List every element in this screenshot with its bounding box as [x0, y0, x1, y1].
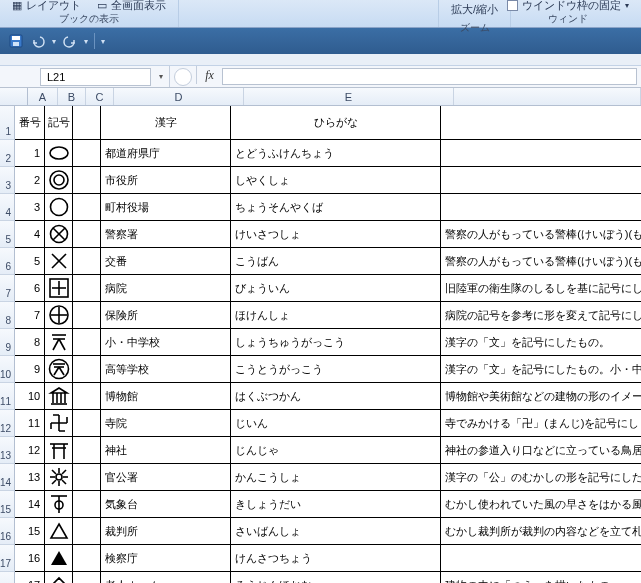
cell-num[interactable]: 12: [15, 437, 45, 464]
cell-hira[interactable]: しやくしょ: [231, 167, 441, 194]
cell-c[interactable]: [73, 248, 101, 275]
cell-sym[interactable]: [45, 410, 73, 437]
redo-dropdown[interactable]: ▾: [82, 32, 90, 50]
row-header[interactable]: 15: [0, 491, 15, 518]
header-sym[interactable]: 記号: [45, 106, 73, 140]
cell-desc[interactable]: 警察の人がもっている警棒(けいぼう)(も: [441, 221, 641, 248]
cell-desc[interactable]: むかし裁判所が裁判の内容などを立て札: [441, 518, 641, 545]
row-header[interactable]: 3: [0, 167, 15, 194]
cell-num[interactable]: 13: [15, 464, 45, 491]
cell-desc[interactable]: 漢字の「文」を記号にしたもの。: [441, 329, 641, 356]
row-header[interactable]: 13: [0, 437, 15, 464]
cell-c[interactable]: [73, 356, 101, 383]
cell-kanji[interactable]: 官公署: [101, 464, 231, 491]
cell-kanji[interactable]: 病院: [101, 275, 231, 302]
cell-num[interactable]: 9: [15, 356, 45, 383]
cell-sym[interactable]: [45, 302, 73, 329]
col-header-d[interactable]: D: [114, 88, 244, 105]
cell-num[interactable]: 4: [15, 221, 45, 248]
cell-hira[interactable]: こうとうがっこう: [231, 356, 441, 383]
cell-sym[interactable]: [45, 464, 73, 491]
col-header-b[interactable]: B: [58, 88, 86, 105]
row-header[interactable]: 5: [0, 221, 15, 248]
cell-kanji[interactable]: 交番: [101, 248, 231, 275]
cell-sym[interactable]: [45, 437, 73, 464]
cell-hira[interactable]: きしょうだい: [231, 491, 441, 518]
cell-kanji[interactable]: 神社: [101, 437, 231, 464]
cell-hira[interactable]: ちょうそんやくば: [231, 194, 441, 221]
cell-sym[interactable]: [45, 221, 73, 248]
row-header[interactable]: 7: [0, 275, 15, 302]
fx-label[interactable]: fx: [196, 66, 222, 84]
cell-sym[interactable]: [45, 356, 73, 383]
row-header[interactable]: 1: [0, 106, 15, 140]
undo-button[interactable]: [28, 31, 48, 51]
cell-c[interactable]: [73, 545, 101, 572]
layout-view-button[interactable]: ▦レイアウト: [6, 0, 87, 10]
cell-sym[interactable]: [45, 383, 73, 410]
cell-num[interactable]: 17: [15, 572, 45, 583]
row-header[interactable]: 14: [0, 464, 15, 491]
cell-hira[interactable]: かんこうしょ: [231, 464, 441, 491]
qat-customize-dropdown[interactable]: ▾: [99, 32, 107, 50]
header-c[interactable]: [73, 106, 101, 140]
cell-hira[interactable]: ろうじんほおむ: [231, 572, 441, 583]
cell-num[interactable]: 14: [15, 491, 45, 518]
cell-c[interactable]: [73, 572, 101, 583]
cell-kanji[interactable]: 検察庁: [101, 545, 231, 572]
row-header[interactable]: 17: [0, 545, 15, 572]
row-header[interactable]: 18: [0, 572, 15, 583]
cell-kanji[interactable]: 町村役場: [101, 194, 231, 221]
cell-hira[interactable]: けんさつちょう: [231, 545, 441, 572]
cell-c[interactable]: [73, 140, 101, 167]
cell-sym[interactable]: [45, 329, 73, 356]
col-header-a[interactable]: A: [28, 88, 58, 105]
fullscreen-button[interactable]: ▭全画面表示: [91, 0, 172, 10]
cell-sym[interactable]: [45, 572, 73, 583]
cell-c[interactable]: [73, 167, 101, 194]
col-header-f[interactable]: [454, 88, 641, 105]
cell-hira[interactable]: じいん: [231, 410, 441, 437]
cell-c[interactable]: [73, 302, 101, 329]
redo-button[interactable]: [60, 31, 80, 51]
name-box-dropdown[interactable]: ▾: [153, 72, 169, 81]
cell-sym[interactable]: [45, 275, 73, 302]
cell-desc[interactable]: 漢字の「文」を記号にしたもの。小・中学校: [441, 356, 641, 383]
cell-sym[interactable]: [45, 194, 73, 221]
cell-kanji[interactable]: 気象台: [101, 491, 231, 518]
cell-hira[interactable]: ほけんしょ: [231, 302, 441, 329]
cell-desc[interactable]: 漢字の「公」のむかしの形を記号にしたも: [441, 464, 641, 491]
cell-sym[interactable]: [45, 545, 73, 572]
cell-hira[interactable]: こうばん: [231, 248, 441, 275]
col-header-c[interactable]: C: [86, 88, 114, 105]
row-header[interactable]: 12: [0, 410, 15, 437]
row-header[interactable]: 8: [0, 302, 15, 329]
cell-desc[interactable]: 旧陸軍の衛生隊のしるしを基に記号にしま: [441, 275, 641, 302]
header-num[interactable]: 番号: [15, 106, 45, 140]
cell-desc[interactable]: 警察の人がもっている警棒(けいぼう)(も: [441, 248, 641, 275]
cell-c[interactable]: [73, 491, 101, 518]
cell-num[interactable]: 7: [15, 302, 45, 329]
cell-desc[interactable]: [441, 545, 641, 572]
cell-hira[interactable]: けいさつしょ: [231, 221, 441, 248]
cell-kanji[interactable]: 裁判所: [101, 518, 231, 545]
cell-hira[interactable]: さいばんしょ: [231, 518, 441, 545]
row-header[interactable]: 6: [0, 248, 15, 275]
header-desc[interactable]: [441, 106, 641, 140]
cell-kanji[interactable]: 保険所: [101, 302, 231, 329]
cell-c[interactable]: [73, 383, 101, 410]
fx-cancel-button[interactable]: [174, 68, 192, 86]
cell-desc[interactable]: [441, 194, 641, 221]
cell-c[interactable]: [73, 464, 101, 491]
cell-num[interactable]: 1: [15, 140, 45, 167]
cell-desc[interactable]: 神社の参道入り口などに立っている鳥居: [441, 437, 641, 464]
cell-num[interactable]: 2: [15, 167, 45, 194]
cell-hira[interactable]: はくぶつかん: [231, 383, 441, 410]
cell-desc[interactable]: [441, 167, 641, 194]
cell-sym[interactable]: [45, 491, 73, 518]
header-hira[interactable]: ひらがな: [231, 106, 441, 140]
header-kanji[interactable]: 漢字: [101, 106, 231, 140]
cell-kanji[interactable]: 小・中学校: [101, 329, 231, 356]
undo-dropdown[interactable]: ▾: [50, 32, 58, 50]
cell-num[interactable]: 16: [15, 545, 45, 572]
